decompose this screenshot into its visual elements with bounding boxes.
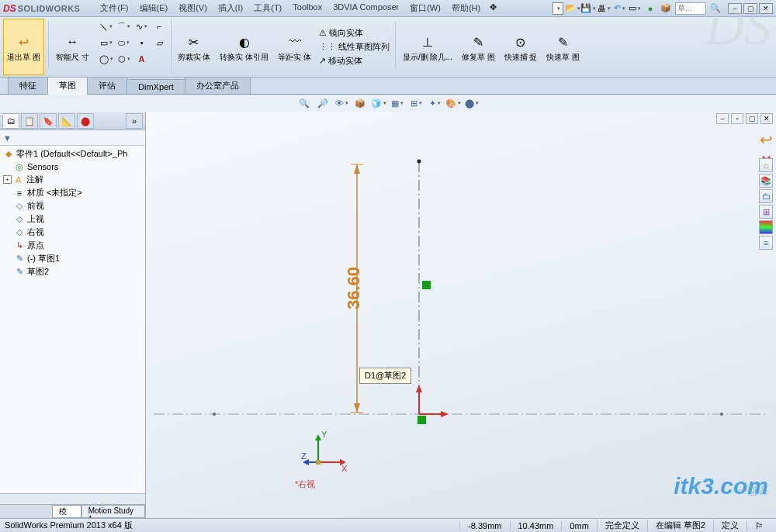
options-icon[interactable]: 📦 <box>660 2 672 15</box>
display-style-icon[interactable]: ▦ <box>390 96 404 110</box>
show-delete-button[interactable]: ⊥ 显示/删 除几... <box>400 19 456 75</box>
property-tab-icon[interactable]: 📋 <box>21 113 38 129</box>
select-icon[interactable]: ▭ <box>629 2 641 15</box>
tree-front-plane[interactable]: ◇前视 <box>2 199 144 212</box>
zoom-area-icon[interactable]: 🔎 <box>316 96 330 110</box>
trim-button[interactable]: ✂ 剪裁实 体 <box>175 19 214 75</box>
tree-root[interactable]: ◆零件1 (Default<<Default>_Ph <box>2 147 144 161</box>
menu-window[interactable]: 窗口(W) <box>405 1 445 16</box>
menu-toolbox[interactable]: Toolbox <box>288 1 327 16</box>
status-z: 0mm <box>561 521 596 530</box>
relations-icon: ⊥ <box>418 33 437 51</box>
fillet-icon[interactable]: ⌐ <box>152 19 168 34</box>
status-state: 完全定义 <box>597 520 647 531</box>
minimize-button[interactable]: – <box>728 3 742 14</box>
menu-tools[interactable]: 工具(T) <box>249 1 286 16</box>
section-view-icon[interactable]: 📦 <box>353 96 367 110</box>
rebuild-icon[interactable]: ● <box>644 2 656 15</box>
text-icon[interactable]: A <box>134 51 150 67</box>
hide-show-icon[interactable]: ⊞ <box>409 96 423 110</box>
tab-sketch[interactable]: 草图 <box>47 77 88 95</box>
bottom-tab-model[interactable]: 模型 <box>52 505 81 518</box>
tree-right-plane[interactable]: ◇右视 <box>2 226 144 239</box>
menu-composer[interactable]: 3DVIA Composer <box>328 1 404 16</box>
smart-dimension-button[interactable]: ↔ 智能尺 寸 <box>53 19 92 75</box>
spline-icon[interactable]: ∿ <box>134 19 150 34</box>
tree-top-plane[interactable]: ◇上视 <box>2 212 144 226</box>
orientation-triad[interactable]: Y X Z <box>301 428 348 475</box>
pattern-button[interactable]: ⋮⋮线性草图阵列 <box>319 41 390 53</box>
quick-snap-button[interactable]: ⊙ 快速捕 捉 <box>501 19 541 75</box>
menu-edit[interactable]: 编辑(E) <box>135 1 173 16</box>
relation-vertical-icon[interactable] <box>422 281 431 289</box>
view-toolbar: 🔍 🔎 👁 📦 🧊 ▦ ⊞ ✦ 🎨 ⬤ <box>0 95 776 112</box>
menu-view[interactable]: 视图(V) <box>174 1 212 16</box>
tree-material[interactable]: ≡材质 <未指定> <box>2 186 144 199</box>
bottom-tab-motion[interactable]: Motion Study 1 <box>81 505 145 518</box>
tree-sensors-label: Sensors <box>27 162 58 171</box>
expand-icon[interactable]: + <box>3 175 12 184</box>
status-flag-icon[interactable]: 🏳 <box>747 521 771 530</box>
mirror-button[interactable]: ⚠镜向实体 <box>319 27 390 39</box>
svg-marker-5 <box>416 385 422 392</box>
menu-insert[interactable]: 插入(I) <box>213 1 248 16</box>
tree-sketch2[interactable]: ✎草图2 <box>2 265 144 278</box>
close-button[interactable]: ✕ <box>759 3 773 14</box>
prev-view-icon[interactable]: 👁 <box>334 96 348 110</box>
appearance-icon[interactable]: 🎨 <box>446 96 460 110</box>
print-icon[interactable]: 🖶 <box>598 2 610 15</box>
panel-pin-icon[interactable]: » <box>126 113 143 129</box>
dimxpert-tab-icon[interactable]: 📐 <box>58 113 75 129</box>
view-orientation-icon[interactable]: 🧊 <box>372 96 386 110</box>
status-x: -8.39mm <box>459 521 509 530</box>
rectangle-icon[interactable]: ▭ <box>99 35 114 50</box>
feature-tree-tab-icon[interactable]: 🗂 <box>2 113 19 129</box>
mirror-icon: ⚠ <box>319 28 327 38</box>
display-tab-icon[interactable]: ⬤ <box>77 113 94 129</box>
polygon-icon[interactable]: ⬡ <box>116 51 132 67</box>
point-icon[interactable]: • <box>134 35 150 50</box>
rapid-sketch-button[interactable]: ✎ 快速草 图 <box>543 19 583 75</box>
circle-icon[interactable]: ◯ <box>99 51 114 67</box>
search-icon[interactable]: 🔍 <box>709 2 722 15</box>
tree-sketch1[interactable]: ✎(-) 草图1 <box>2 252 144 265</box>
tree-annotations[interactable]: +A注解 <box>2 173 144 186</box>
dim-arrow-down-icon <box>354 403 360 413</box>
maximize-button[interactable]: ▢ <box>743 3 757 14</box>
menu-help[interactable]: 帮助(H) <box>447 1 485 16</box>
graphics-area[interactable]: – ▫ ▢ ✕ ↩ ✕ ⌂ 📚 🗀 ⊞ ≡ <box>146 112 776 518</box>
save-icon[interactable]: 💾 <box>582 2 594 15</box>
offset-button[interactable]: 〰 等距实 体 <box>275 19 314 75</box>
zoom-fit-icon[interactable]: 🔍 <box>297 96 311 110</box>
panel-bottom-tabs: 模型 Motion Study 1 <box>0 504 145 518</box>
statusbar: SolidWorks Premium 2013 x64 版 -8.39mm 10… <box>0 518 776 532</box>
slot-icon[interactable]: ⬭ <box>116 35 132 50</box>
line-icon[interactable]: ＼ <box>99 19 114 34</box>
tree-origin[interactable]: ↳原点 <box>2 239 144 252</box>
new-icon[interactable] <box>553 2 563 15</box>
arc-icon[interactable]: ⌒ <box>116 19 132 34</box>
search-input[interactable] <box>675 2 706 15</box>
move-button[interactable]: ↗移动实体 <box>319 55 390 67</box>
help-flyout-icon[interactable]: ✥ <box>487 1 499 13</box>
tab-dimxpert[interactable]: DimXpert <box>126 79 185 94</box>
scene-icon[interactable]: ✦ <box>428 96 442 110</box>
filter-bar[interactable]: ▼ <box>0 130 145 146</box>
convert-button[interactable]: ◐ 转换实 体引用 <box>217 19 272 75</box>
repair-button[interactable]: ✎ 修复草 图 <box>459 19 498 75</box>
panel-scrollbar[interactable] <box>0 493 145 504</box>
tab-office[interactable]: 办公室产品 <box>185 77 251 94</box>
relation-coincident-icon[interactable] <box>417 416 426 424</box>
render-icon[interactable]: ⬤ <box>465 96 479 110</box>
dimension-value[interactable]: 36.60 <box>344 267 364 309</box>
tab-feature[interactable]: 特征 <box>8 77 48 94</box>
menu-file[interactable]: 文件(F) <box>95 1 133 16</box>
undo-icon[interactable]: ↶ <box>613 2 625 15</box>
tree-sensors[interactable]: ◎Sensors <box>2 161 144 173</box>
config-tab-icon[interactable]: 🔖 <box>40 113 57 129</box>
exit-sketch-button[interactable]: ↩ 退出草 图 <box>3 19 44 75</box>
trim-icon: ✂ <box>185 33 203 51</box>
tab-evaluate[interactable]: 评估 <box>87 77 127 94</box>
plane-icon[interactable]: ▱ <box>152 35 168 50</box>
open-icon[interactable]: 📂 <box>566 2 579 15</box>
